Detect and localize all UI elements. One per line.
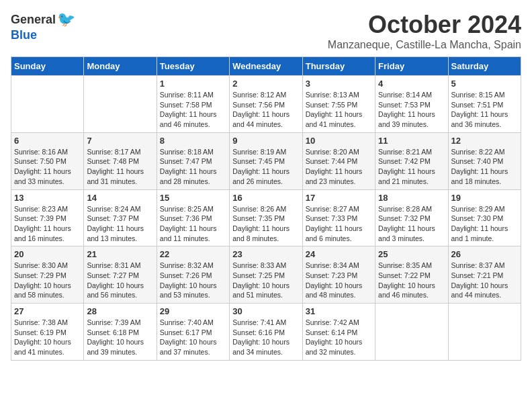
calendar-cell: 25Sunrise: 8:35 AM Sunset: 7:22 PM Dayli… <box>375 246 448 304</box>
calendar-cell: 2Sunrise: 8:12 AM Sunset: 7:56 PM Daylig… <box>230 76 302 133</box>
calendar-header-tuesday: Tuesday <box>157 57 229 76</box>
logo: General 🐦 Blue <box>11 11 75 42</box>
day-info: Sunrise: 7:39 AM Sunset: 6:18 PM Dayligh… <box>87 318 153 357</box>
day-info: Sunrise: 7:41 AM Sunset: 6:16 PM Dayligh… <box>232 318 299 357</box>
day-number: 26 <box>451 249 518 259</box>
calendar-week-2: 6Sunrise: 8:16 AM Sunset: 7:50 PM Daylig… <box>11 132 521 189</box>
day-number: 11 <box>378 136 445 146</box>
day-number: 24 <box>306 249 372 259</box>
calendar-cell: 7Sunrise: 8:17 AM Sunset: 7:48 PM Daylig… <box>84 132 157 189</box>
day-number: 10 <box>306 136 372 146</box>
calendar-cell: 27Sunrise: 7:38 AM Sunset: 6:19 PM Dayli… <box>11 304 84 361</box>
day-number: 29 <box>160 306 226 316</box>
day-info: Sunrise: 8:13 AM Sunset: 7:55 PM Dayligh… <box>306 90 372 130</box>
calendar-cell: 16Sunrise: 8:26 AM Sunset: 7:35 PM Dayli… <box>230 189 302 246</box>
day-number: 4 <box>378 79 445 89</box>
logo-bird-icon: 🐦 <box>57 11 75 28</box>
day-info: Sunrise: 8:32 AM Sunset: 7:26 PM Dayligh… <box>160 261 226 300</box>
calendar-header-saturday: Saturday <box>448 57 521 76</box>
calendar-header-wednesday: Wednesday <box>230 57 302 76</box>
calendar-cell: 28Sunrise: 7:39 AM Sunset: 6:18 PM Dayli… <box>84 304 157 361</box>
day-number: 16 <box>232 193 299 203</box>
day-number: 1 <box>160 79 226 89</box>
calendar-cell: 19Sunrise: 8:29 AM Sunset: 7:30 PM Dayli… <box>448 189 521 246</box>
calendar-cell: 3Sunrise: 8:13 AM Sunset: 7:55 PM Daylig… <box>302 76 375 133</box>
day-info: Sunrise: 8:30 AM Sunset: 7:29 PM Dayligh… <box>14 261 81 300</box>
day-info: Sunrise: 8:29 AM Sunset: 7:30 PM Dayligh… <box>451 204 518 244</box>
calendar-cell: 15Sunrise: 8:25 AM Sunset: 7:36 PM Dayli… <box>157 189 229 246</box>
day-info: Sunrise: 8:35 AM Sunset: 7:22 PM Dayligh… <box>378 261 445 300</box>
day-number: 23 <box>232 249 299 259</box>
day-info: Sunrise: 8:27 AM Sunset: 7:33 PM Dayligh… <box>306 204 372 244</box>
day-number: 17 <box>306 193 372 203</box>
calendar-cell: 23Sunrise: 8:33 AM Sunset: 7:25 PM Dayli… <box>230 246 302 304</box>
calendar-header-friday: Friday <box>375 57 448 76</box>
calendar-cell <box>84 76 157 133</box>
day-number: 21 <box>87 249 153 259</box>
day-info: Sunrise: 8:28 AM Sunset: 7:32 PM Dayligh… <box>378 204 445 244</box>
calendar-cell <box>11 76 84 133</box>
calendar-cell: 26Sunrise: 8:37 AM Sunset: 7:21 PM Dayli… <box>448 246 521 304</box>
day-info: Sunrise: 8:18 AM Sunset: 7:47 PM Dayligh… <box>160 147 226 187</box>
day-info: Sunrise: 8:12 AM Sunset: 7:56 PM Dayligh… <box>232 90 299 130</box>
day-number: 6 <box>14 136 81 146</box>
calendar-week-1: 1Sunrise: 8:11 AM Sunset: 7:58 PM Daylig… <box>11 76 521 133</box>
calendar-cell: 5Sunrise: 8:15 AM Sunset: 7:51 PM Daylig… <box>448 76 521 133</box>
calendar-header-thursday: Thursday <box>302 57 375 76</box>
day-info: Sunrise: 8:14 AM Sunset: 7:53 PM Dayligh… <box>378 90 445 130</box>
month-title: October 2024 <box>328 11 521 39</box>
calendar-cell: 13Sunrise: 8:23 AM Sunset: 7:39 PM Dayli… <box>11 189 84 246</box>
calendar-cell: 20Sunrise: 8:30 AM Sunset: 7:29 PM Dayli… <box>11 246 84 304</box>
calendar-cell: 24Sunrise: 8:34 AM Sunset: 7:23 PM Dayli… <box>302 246 375 304</box>
calendar-cell: 14Sunrise: 8:24 AM Sunset: 7:37 PM Dayli… <box>84 189 157 246</box>
day-info: Sunrise: 8:20 AM Sunset: 7:44 PM Dayligh… <box>306 147 372 187</box>
day-number: 3 <box>306 79 372 89</box>
calendar-week-3: 13Sunrise: 8:23 AM Sunset: 7:39 PM Dayli… <box>11 189 521 246</box>
day-number: 12 <box>451 136 518 146</box>
day-number: 2 <box>232 79 299 89</box>
calendar-cell: 12Sunrise: 8:22 AM Sunset: 7:40 PM Dayli… <box>448 132 521 189</box>
day-number: 30 <box>232 306 299 316</box>
calendar-cell: 9Sunrise: 8:19 AM Sunset: 7:45 PM Daylig… <box>230 132 302 189</box>
day-number: 14 <box>87 193 153 203</box>
day-info: Sunrise: 8:31 AM Sunset: 7:27 PM Dayligh… <box>87 261 153 300</box>
day-info: Sunrise: 8:23 AM Sunset: 7:39 PM Dayligh… <box>14 204 81 244</box>
day-info: Sunrise: 8:34 AM Sunset: 7:23 PM Dayligh… <box>306 261 372 300</box>
day-info: Sunrise: 8:37 AM Sunset: 7:21 PM Dayligh… <box>451 261 518 300</box>
title-area: October 2024 Manzaneque, Castille-La Man… <box>328 11 521 51</box>
day-number: 22 <box>160 249 226 259</box>
calendar-cell: 31Sunrise: 7:42 AM Sunset: 6:14 PM Dayli… <box>302 304 375 361</box>
page-header: General 🐦 Blue October 2024 Manzaneque, … <box>11 11 521 51</box>
calendar-cell: 10Sunrise: 8:20 AM Sunset: 7:44 PM Dayli… <box>302 132 375 189</box>
logo-blue: Blue <box>11 28 37 42</box>
logo-general: General <box>11 13 56 27</box>
calendar-cell <box>448 304 521 361</box>
day-number: 7 <box>87 136 153 146</box>
day-info: Sunrise: 8:21 AM Sunset: 7:42 PM Dayligh… <box>378 147 445 187</box>
day-number: 25 <box>378 249 445 259</box>
day-info: Sunrise: 8:16 AM Sunset: 7:50 PM Dayligh… <box>14 147 81 187</box>
calendar-week-5: 27Sunrise: 7:38 AM Sunset: 6:19 PM Dayli… <box>11 304 521 361</box>
calendar-cell: 30Sunrise: 7:41 AM Sunset: 6:16 PM Dayli… <box>230 304 302 361</box>
calendar-cell: 22Sunrise: 8:32 AM Sunset: 7:26 PM Dayli… <box>157 246 229 304</box>
day-info: Sunrise: 8:33 AM Sunset: 7:25 PM Dayligh… <box>232 261 299 300</box>
calendar-header-monday: Monday <box>84 57 157 76</box>
day-info: Sunrise: 8:25 AM Sunset: 7:36 PM Dayligh… <box>160 204 226 244</box>
calendar-week-4: 20Sunrise: 8:30 AM Sunset: 7:29 PM Dayli… <box>11 246 521 304</box>
calendar-body: 1Sunrise: 8:11 AM Sunset: 7:58 PM Daylig… <box>11 76 521 361</box>
calendar-cell: 4Sunrise: 8:14 AM Sunset: 7:53 PM Daylig… <box>375 76 448 133</box>
day-number: 5 <box>451 79 518 89</box>
day-info: Sunrise: 8:26 AM Sunset: 7:35 PM Dayligh… <box>232 204 299 244</box>
day-number: 18 <box>378 193 445 203</box>
day-info: Sunrise: 8:24 AM Sunset: 7:37 PM Dayligh… <box>87 204 153 244</box>
calendar-cell: 21Sunrise: 8:31 AM Sunset: 7:27 PM Dayli… <box>84 246 157 304</box>
calendar-cell: 1Sunrise: 8:11 AM Sunset: 7:58 PM Daylig… <box>157 76 229 133</box>
calendar-header-sunday: Sunday <box>11 57 84 76</box>
day-number: 8 <box>160 136 226 146</box>
day-number: 28 <box>87 306 153 316</box>
day-info: Sunrise: 7:40 AM Sunset: 6:17 PM Dayligh… <box>160 318 226 357</box>
calendar-cell: 17Sunrise: 8:27 AM Sunset: 7:33 PM Dayli… <box>302 189 375 246</box>
calendar-cell: 8Sunrise: 8:18 AM Sunset: 7:47 PM Daylig… <box>157 132 229 189</box>
calendar-cell: 29Sunrise: 7:40 AM Sunset: 6:17 PM Dayli… <box>157 304 229 361</box>
calendar-header-row: SundayMondayTuesdayWednesdayThursdayFrid… <box>11 57 521 76</box>
